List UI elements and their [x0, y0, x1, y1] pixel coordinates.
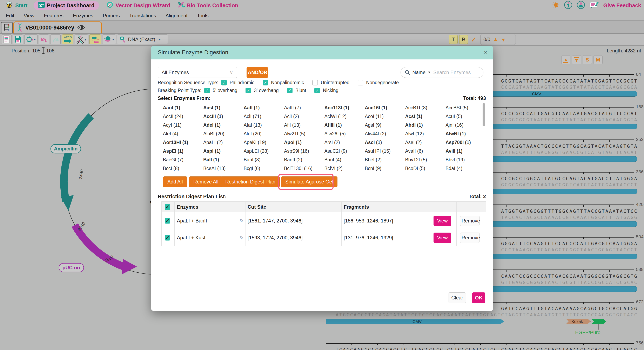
enzyme-item[interactable]: AatI (1)	[244, 105, 284, 111]
nav-bio-tools-collection[interactable]: Bio Tools Collection	[178, 1, 238, 10]
enzyme-item[interactable]: ArsI (2)	[324, 140, 365, 145]
map-view-button[interactable]: M	[594, 55, 602, 64]
sequence-search-mode-dropdown[interactable]: DNA (Exact) ▾	[117, 35, 168, 44]
menu-item-edit[interactable]: Edit	[6, 13, 14, 19]
egfp-feature-arrow[interactable]	[591, 319, 606, 324]
menu-item-tools[interactable]: Tools	[197, 13, 208, 19]
redo-button[interactable]	[50, 35, 60, 44]
remove-button[interactable]: Remove	[460, 216, 480, 226]
cmv-feature-bar-end[interactable]: CMV	[326, 319, 504, 324]
enzyme-item[interactable]: BcgI (6)	[244, 166, 284, 171]
enzyme-item[interactable]: AsuC2I (9)	[324, 148, 365, 154]
single-strand-view-button[interactable]: S	[583, 55, 592, 64]
enzyme-item[interactable]: BanI (8)	[244, 157, 284, 163]
info-icon[interactable]	[564, 1, 572, 10]
enzyme-item[interactable]: BciVI (2)	[324, 166, 365, 171]
enzyme-item[interactable]: Alw44I (2)	[365, 131, 405, 137]
new-document-button[interactable]	[1, 35, 12, 44]
remove-all-button[interactable]: Remove All	[189, 177, 223, 187]
enzyme-item[interactable]: AcyI (11)	[163, 122, 203, 128]
enzyme-item[interactable]: Acc113I (1)	[324, 105, 365, 111]
enzyme-item[interactable]: AccB1I (8)	[405, 105, 446, 111]
kozak-feature-arrow[interactable]: Kozak	[566, 319, 590, 324]
enzyme-grid-scrollbar[interactable]	[482, 103, 485, 126]
enzyme-item[interactable]: AclI (2)	[284, 114, 324, 119]
enzyme-item[interactable]: AcuI (5)	[446, 114, 486, 119]
enzyme-item[interactable]: AccBSI (5)	[446, 105, 486, 111]
and-or-button[interactable]: AND/OR	[246, 67, 268, 78]
view-button[interactable]: View	[434, 233, 451, 243]
scroll-to-top-button[interactable]: ▲	[561, 55, 570, 64]
annotate-sequence-button[interactable]	[90, 35, 101, 44]
enzyme-item[interactable]: AspS9I (16)	[284, 148, 324, 154]
edit-pencil-icon[interactable]: ✎	[239, 234, 244, 241]
enzyme-item[interactable]: BauI (4)	[324, 157, 365, 163]
feedback-icon[interactable]	[590, 1, 599, 10]
clear-button[interactable]: Clear	[448, 292, 466, 303]
top-strand-toggle[interactable]: T	[449, 35, 458, 44]
recognition-checkbox-nondegenerate[interactable]: ✓	[358, 80, 363, 85]
enzyme-item[interactable]: AdeI (1)	[203, 122, 244, 128]
enzyme-item[interactable]: BccI (8)	[163, 166, 203, 171]
sequence-tree-button[interactable]	[1, 22, 12, 33]
enzyme-item[interactable]: AsuHPI (15)	[365, 148, 405, 154]
enzyme-item[interactable]: ApeKI (19)	[244, 140, 284, 145]
enzyme-item[interactable]: BceAI (13)	[203, 166, 244, 171]
recognition-checkbox-palindromic[interactable]: ✓	[221, 80, 227, 85]
edit-pencil-icon[interactable]: ✎	[239, 218, 244, 224]
match-check-icon[interactable]: ✓	[471, 36, 476, 44]
active-document-tab[interactable]: VB010000-9486rey	[13, 22, 102, 34]
menu-item-view[interactable]: View	[24, 13, 34, 19]
breaking-checkbox-blunt[interactable]: ✓	[287, 88, 292, 93]
enzyme-item[interactable]: AjnI (16)	[446, 122, 486, 128]
enzyme-item[interactable]: BcnI (9)	[365, 166, 405, 171]
enzyme-item[interactable]: ApaLI (2)	[203, 140, 244, 145]
enzyme-item[interactable]: AluI (20)	[244, 131, 284, 137]
enzyme-item[interactable]: BcoDI (5)	[405, 166, 446, 171]
recognition-checkbox-uninterrupted[interactable]: ✓	[312, 80, 318, 85]
next-match-button[interactable]: ▼	[501, 37, 506, 42]
enzyme-item[interactable]: BaeGI (7)	[163, 157, 203, 163]
enzyme-item[interactable]: AfaI (13)	[244, 122, 284, 128]
recognition-checkbox-nonpalindromic[interactable]: ✓	[263, 80, 268, 85]
plan-row-checkbox[interactable]: ✓	[165, 235, 170, 240]
menu-item-features[interactable]: Features	[44, 13, 64, 19]
enzyme-item[interactable]: BbvI (19)	[446, 157, 486, 163]
enzyme-search-box[interactable]: Name ▼	[400, 67, 484, 78]
enzyme-item[interactable]: AhdI (1)	[405, 122, 446, 128]
menu-item-alignment[interactable]: Alignment	[166, 13, 188, 19]
enzyme-item[interactable]: AspLEI (28)	[244, 148, 284, 154]
breaking-checkbox-3--overhang[interactable]: ✓	[246, 88, 251, 93]
plasmid-view-dropdown[interactable]: ▾	[24, 35, 38, 44]
enzyme-item[interactable]: AlwNI (1)	[446, 131, 486, 137]
enzyme-item[interactable]: AlwI (12)	[405, 131, 446, 137]
enzyme-item[interactable]: AluBI (20)	[203, 131, 244, 137]
select-all-checkbox[interactable]: ✓	[165, 204, 170, 210]
enzyme-item[interactable]: AcsI (1)	[405, 114, 446, 119]
nav-project-dashboard[interactable]: Project Dashboard	[34, 1, 99, 10]
previous-match-button[interactable]: ▲	[493, 37, 498, 42]
enzyme-item[interactable]: AspI (1)	[203, 148, 244, 154]
enzyme-item[interactable]: BdaI (4)	[446, 166, 486, 171]
enzyme-item[interactable]: AspEI (1)	[163, 148, 203, 154]
restriction-digest-plan-button[interactable]: Restriction Digest Plan	[221, 177, 280, 187]
enzyme-item[interactable]: AvaII (6)	[405, 148, 446, 154]
menu-item-translations[interactable]: Translations	[129, 13, 156, 19]
enzyme-item[interactable]: AleI (4)	[163, 131, 203, 137]
enzyme-item[interactable]: BciT130I (16)	[284, 166, 324, 171]
breaking-checkbox-5--overhang[interactable]: ✓	[204, 88, 210, 93]
enzyme-item[interactable]: AanI (1)	[163, 105, 203, 111]
enzyme-item[interactable]: AatII (7)	[284, 105, 324, 111]
enzyme-search-input[interactable]	[433, 69, 479, 76]
enzyme-item[interactable]: AviII (1)	[446, 148, 486, 154]
enzyme-item[interactable]: Bbv12I (5)	[405, 157, 446, 163]
plan-row-checkbox[interactable]: ✓	[165, 218, 170, 224]
insert-sequence-button[interactable]: ATCG	[62, 35, 74, 44]
bottom-strand-toggle[interactable]: B	[459, 35, 468, 44]
give-feedback-link[interactable]: Give Feedback	[603, 2, 641, 9]
enzyme-item[interactable]: AscI (1)	[365, 140, 405, 145]
menu-item-enzymes[interactable]: Enzymes	[73, 13, 94, 19]
nav-vector-design-wizard[interactable]: Vector Design Wizard	[106, 1, 170, 10]
scroll-to-bottom-button[interactable]: ▼	[572, 55, 581, 64]
enzyme-tool-dropdown[interactable]: ▾	[102, 35, 116, 44]
